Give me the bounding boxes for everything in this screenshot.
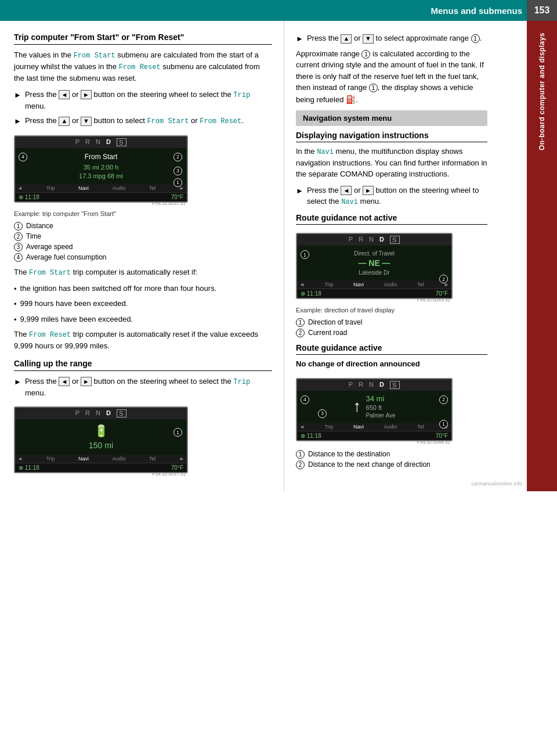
nav3-left: ◄ bbox=[299, 282, 305, 287]
section3-bullet-text: Press the ◄ or ► button on the steering … bbox=[307, 185, 487, 208]
section5-title: Route guidance active bbox=[296, 343, 487, 355]
bullet-2-text: Press the ▲ or ▼ button to select From S… bbox=[25, 115, 244, 127]
section3-bullet: ► Press the ◄ or ► button on the steerin… bbox=[296, 185, 487, 208]
nav3-trip: Trip bbox=[324, 282, 333, 287]
dot-2: • bbox=[14, 298, 17, 310]
n4: N bbox=[369, 381, 375, 389]
list3-item-1: 1 Direction of travel bbox=[296, 318, 487, 327]
pos-d3-1: 1 bbox=[301, 250, 309, 259]
section3-title: Displaying navigation instructions bbox=[296, 131, 487, 142]
display3-title2: — NE — bbox=[358, 258, 390, 268]
display1-title: From Start bbox=[85, 153, 118, 161]
display-3-mid: Direct. of Travel — NE — Lakeside Dr bbox=[297, 246, 451, 280]
btn-down-2[interactable]: ▼ bbox=[363, 34, 374, 44]
header-bar: Menus and submenus 153 bbox=[0, 0, 557, 21]
code-from-start-2: From Start bbox=[147, 117, 189, 125]
approx-text: Approximate range 1 is calculated accord… bbox=[296, 48, 487, 106]
display-2-wrapper: P R N D S 🔋 150 mi ◄ Trip bbox=[14, 402, 188, 478]
sub-bullet-2-text: 999 hours have been exceeded. bbox=[20, 298, 128, 310]
sub-bullet-2: • 999 hours have been exceeded. bbox=[14, 298, 272, 310]
section3-text: In the Navi menu, the multifunction disp… bbox=[296, 146, 487, 180]
refuel-icon: ⛽ bbox=[346, 95, 356, 104]
section-divider-1 bbox=[14, 44, 272, 45]
circle-4: 4 bbox=[14, 253, 23, 262]
section4-title: Route guidance not active bbox=[296, 213, 487, 225]
section5-sub: No change of direction announced bbox=[296, 358, 487, 370]
right-bullet-1-text: Press the ▲ or ▼ to select approximate r… bbox=[307, 33, 482, 45]
circle-1: 1 bbox=[14, 222, 23, 231]
display-2-top: P R N D S bbox=[15, 408, 187, 419]
list4-label-1: Distance to the destination bbox=[308, 450, 390, 458]
display4-time: ⊕ 11:18 bbox=[301, 433, 321, 439]
nav2-right: ► bbox=[179, 456, 185, 462]
display-2-mid: 🔋 150 mi bbox=[15, 419, 187, 455]
list4-item-2: 2 Distance to the next change of directi… bbox=[296, 460, 487, 469]
s3: S bbox=[390, 236, 400, 244]
intro-text: The values in the From Start submenu are… bbox=[14, 49, 272, 84]
p3: P bbox=[349, 236, 354, 244]
nav2-trip: Trip bbox=[46, 456, 55, 462]
btn-up-2[interactable]: ▲ bbox=[341, 34, 352, 44]
btn-down-1[interactable]: ▼ bbox=[81, 117, 92, 126]
nav3-tel: Tel bbox=[417, 282, 424, 287]
circle-d3-2: 2 bbox=[296, 329, 305, 337]
circle-approx: 1 bbox=[361, 50, 370, 59]
btn-right-1[interactable]: ► bbox=[81, 90, 92, 99]
watermark-3: P54.32-0243-31 bbox=[417, 297, 450, 303]
s4: S bbox=[390, 381, 400, 389]
display4-temp: 70°F bbox=[436, 433, 448, 439]
nav-menu-banner: Navigation system menu bbox=[296, 110, 487, 126]
page-wrapper: Menus and submenus 153 Trip computer "Fr… bbox=[0, 0, 557, 491]
left-column: Trip computer "From Start" or "From Rese… bbox=[0, 21, 284, 491]
pos-num-4: 4 bbox=[19, 153, 27, 161]
fig-caption-3: Example: direction of travel display bbox=[296, 307, 487, 314]
nav-tab-navi: Navi bbox=[78, 185, 89, 191]
list3-item-2: 2 Current road bbox=[296, 329, 487, 337]
btn-up-1[interactable]: ▲ bbox=[59, 117, 70, 126]
pos-num-1: 1 bbox=[173, 178, 182, 187]
header-title: Menus and submenus bbox=[431, 6, 522, 16]
display-2-nav: ◄ Trip Navi Audio Tel ► bbox=[15, 455, 187, 463]
bullet-arrow-2: ► bbox=[14, 116, 21, 127]
nav4-left: ◄ bbox=[299, 424, 305, 430]
page-watermark: carmanualsonline.info bbox=[471, 481, 522, 487]
fig-caption-1: Example: trip computer "From Start" bbox=[14, 210, 272, 217]
btn-left-2[interactable]: ◄ bbox=[59, 377, 70, 386]
nav2-left: ◄ bbox=[17, 456, 23, 462]
display-1: P R N D S From Start 35 mi 2:00 h 17.3 m… bbox=[14, 135, 188, 203]
p-gear: P bbox=[75, 138, 81, 146]
list3-label-1: Direction of travel bbox=[308, 318, 362, 326]
display-4-bot: ⊕ 11:18 70°F bbox=[297, 431, 451, 440]
prnd-row-4: P R N D S bbox=[349, 381, 400, 389]
left-section-title: Trip computer "From Start" or "From Rese… bbox=[14, 33, 272, 42]
display-3-nav: ◄ Trip Navi Audio Tel ► bbox=[297, 280, 451, 289]
btn-left-3[interactable]: ◄ bbox=[341, 186, 352, 195]
watermark-4: P54.32-0244-31 bbox=[417, 440, 450, 445]
display-3: P R N D S Direct. of Travel — NE — Lakes… bbox=[296, 233, 453, 299]
display2-temp: 70°F bbox=[171, 465, 183, 471]
display-1-mid: From Start 35 mi 2:00 h 17.3 mpg 68 mi bbox=[15, 148, 187, 184]
bullet-arrow-1: ► bbox=[14, 89, 21, 112]
d4: D bbox=[379, 381, 385, 389]
list3-label-2: Current road bbox=[308, 329, 347, 337]
pos-d4-1: 1 bbox=[439, 420, 448, 429]
circle-3: 3 bbox=[14, 243, 23, 251]
list4-item-1: 1 Distance to the destination bbox=[296, 450, 487, 459]
section-divider-2 bbox=[14, 370, 272, 371]
list-item-1: 1 Distance bbox=[14, 222, 272, 231]
nav2-navi: Navi bbox=[78, 456, 89, 462]
btn-right-3[interactable]: ► bbox=[363, 186, 374, 195]
btn-right-2[interactable]: ► bbox=[81, 377, 92, 386]
circle-d4-2: 2 bbox=[296, 460, 305, 469]
code-from-start-3: From Start bbox=[29, 269, 71, 277]
bullet-arrow-3: ► bbox=[14, 376, 21, 399]
right-bullet-1: ► Press the ▲ or ▼ to select approximate… bbox=[296, 33, 487, 45]
display3-title3: Lakeside Dr bbox=[359, 269, 389, 276]
side-tab: On-board computer and displays bbox=[527, 21, 557, 491]
btn-left-1[interactable]: ◄ bbox=[59, 90, 70, 99]
display1-line1: 35 mi 2:00 h bbox=[84, 164, 119, 171]
code-from-start: From Start bbox=[74, 52, 115, 60]
display2-time: ⊕ 11:18 bbox=[19, 465, 39, 471]
battery-icon: 🔋 bbox=[94, 424, 108, 438]
code-from-reset-2: From Reset bbox=[200, 117, 241, 125]
